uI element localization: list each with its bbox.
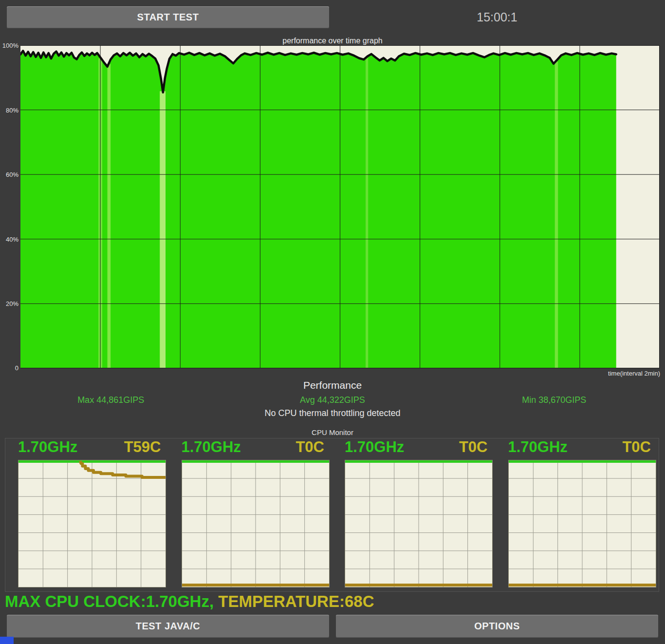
core-0-temperature: T59C [124, 438, 161, 456]
cpu-core-1: 1.70GHz T0C [169, 438, 332, 591]
core-2-temperature: T0C [459, 438, 488, 456]
core-3-graph [508, 460, 656, 587]
y-tick-40: 40% [0, 236, 18, 243]
core-0-frequency: 1.70GHz [18, 438, 77, 456]
core-0-graph [18, 460, 166, 587]
core-1-temperature: T0C [296, 438, 324, 456]
performance-chart-svg [20, 45, 660, 368]
test-java-c-button[interactable]: TEST JAVA/C [7, 615, 329, 638]
core-3-header: 1.70GHz T0C [508, 438, 651, 456]
cpu-throttling-test-app: START TEST 15:00:1 performance over time… [0, 0, 665, 644]
core-1-frequency: 1.70GHz [182, 438, 241, 456]
performance-graph-title: performance over time graph [0, 37, 665, 45]
max-cpu-clock-text: MAX CPU CLOCK:1.70GHz, [5, 592, 214, 610]
y-tick-20: 20% [0, 300, 18, 307]
cpu-summary-line: MAX CPU CLOCK:1.70GHz, TEMPERATURE:68C [5, 592, 374, 611]
nav-bar-accent [0, 637, 14, 644]
performance-stats-row: Max 44,861GIPS Avg 44,322GIPS Min 38,670… [0, 395, 665, 405]
core-3-frequency: 1.70GHz [508, 438, 568, 456]
elapsed-timer: 15:00:1 [329, 10, 665, 24]
core-1-graph [182, 460, 330, 587]
y-tick-0: 0 [0, 364, 18, 372]
cpu-core-0: 1.70GHz T59C [5, 438, 169, 591]
max-gips-value: Max 44,861GIPS [0, 395, 222, 405]
y-tick-100: 100% [0, 42, 18, 49]
cpu-core-2: 1.70GHz T0C [332, 438, 496, 591]
performance-section-title: Performance [0, 379, 665, 391]
core-2-graph [345, 460, 493, 587]
start-test-button[interactable]: START TEST [7, 6, 329, 28]
cpu-core-3: 1.70GHz T0C [496, 438, 659, 591]
avg-gips-value: Avg 44,322GIPS [222, 395, 443, 405]
thermal-throttling-status: No CPU thermal throttling detected [0, 408, 665, 418]
core-0-header: 1.70GHz T59C [18, 438, 161, 456]
options-button[interactable]: OPTIONS [336, 615, 658, 638]
max-temperature-text: TEMPERATURE:68C [214, 592, 374, 610]
x-axis-label: time(interval 2min) [608, 370, 660, 377]
performance-over-time-chart [20, 45, 660, 368]
core-3-temperature: T0C [622, 438, 651, 456]
y-tick-80: 80% [0, 107, 18, 114]
core-1-header: 1.70GHz T0C [182, 438, 325, 456]
min-gips-value: Min 38,670GIPS [443, 395, 665, 405]
core-2-frequency: 1.70GHz [345, 438, 404, 456]
core-2-header: 1.70GHz T0C [345, 438, 488, 456]
y-tick-60: 60% [0, 171, 18, 178]
cpu-monitor-title: CPU Monitor [0, 428, 665, 436]
cpu-monitor-panel: 1.70GHz T59C 1.70GHz T0C 1.70GHz T0C 1.7… [5, 438, 659, 592]
